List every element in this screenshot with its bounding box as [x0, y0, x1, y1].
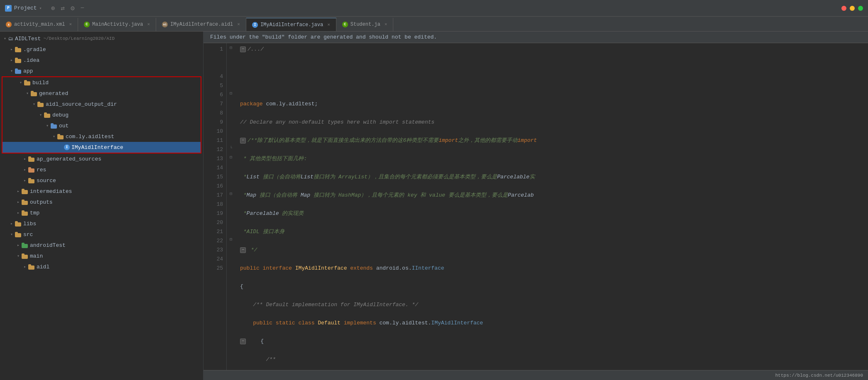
title-bar: P Project ▾ ⊕ ⇄ ⚙ − [0, 0, 868, 17]
fold-toggle-1[interactable]: − [240, 46, 246, 52]
project-label[interactable]: Project [14, 5, 37, 11]
folder-icon-debug [44, 112, 51, 118]
arrow-aidl-source [31, 101, 37, 107]
folder-icon-app [15, 68, 22, 74]
fold-marker-17[interactable]: ⊟ [230, 191, 232, 196]
tree-item-ap-generated[interactable]: ap_generated_sources [0, 153, 203, 164]
tree-item-idea[interactable]: .idea [0, 55, 203, 66]
tab-icon-imyaidl: I [252, 22, 258, 28]
tab-label-aidl: IMyAidlInterface.aidl [170, 22, 233, 27]
title-bar-left: P Project ▾ ⊕ ⇄ ⚙ − [5, 4, 84, 12]
tree-item-androidtest[interactable]: androidTest [0, 240, 203, 251]
project-tree[interactable]: 🗂 AIDLTest ~/Desktop/Learning2020/AID .g… [0, 32, 204, 380]
tree-item-com-ly-aidltest[interactable]: com.ly.aidltest [2, 131, 201, 142]
red-border-group: build generated aidl_source_output_dir [2, 76, 201, 153]
tree-item-tmp[interactable]: tmp [0, 207, 203, 218]
tree-item-libs[interactable]: libs [0, 218, 203, 229]
window-close-button[interactable] [841, 6, 846, 11]
tree-label-generated: generated [39, 90, 68, 97]
tree-item-out[interactable]: out [2, 120, 201, 131]
project-icon: P [5, 5, 12, 12]
tab-close-student[interactable]: × [385, 22, 387, 27]
tab-student[interactable]: C Student.ja × [336, 18, 394, 31]
toolbar-icon-gear[interactable]: ⚙ [71, 4, 75, 12]
tree-item-app[interactable]: app [0, 66, 203, 76]
tab-close-main-activity[interactable]: × [147, 22, 150, 27]
tab-close-imyaidl[interactable]: × [327, 22, 330, 27]
status-url: https://blog.csdn.net/u012346890 [775, 373, 863, 378]
arrow-androidtest [15, 242, 22, 248]
tree-item-intermediates[interactable]: intermediates [0, 186, 203, 197]
arrow-main [15, 253, 22, 259]
tab-main-activity[interactable]: C MainActivity.java × [78, 18, 156, 31]
window-maximize-button[interactable] [858, 6, 863, 11]
toolbar-icon-arrows[interactable]: ⇄ [61, 4, 65, 12]
tab-close-aidl[interactable]: × [237, 22, 240, 27]
fold-toggle-17[interactable]: − [240, 339, 246, 344]
arrow-outputs [15, 199, 22, 205]
folder-icon-com-ly [57, 134, 64, 139]
gutter: ⊟ ⊟ └ ⊟ [227, 43, 235, 370]
tree-item-generated[interactable]: generated [2, 88, 201, 99]
tree-label-androidtest: androidTest [30, 242, 66, 248]
folder-icon-idea [15, 58, 22, 63]
tree-item-outputs[interactable]: outputs [0, 197, 203, 207]
chevron-down-icon[interactable]: ▾ [39, 6, 42, 11]
folder-icon-main [22, 253, 28, 259]
tree-label-aidl-source: aidl_source_output_dir [46, 101, 117, 107]
arrow-debug [37, 112, 44, 118]
toolbar-icon-minus[interactable]: − [81, 5, 85, 12]
arrow-source [22, 177, 28, 184]
tab-aidl-interface[interactable]: ai IMyAidlInterface.aidl × [156, 18, 246, 31]
tree-item-res[interactable]: res [0, 164, 203, 175]
tab-imyaidl-java[interactable]: I IMyAidlInterface.java × [246, 18, 336, 31]
arrow-com-ly [51, 133, 57, 140]
folder-icon-libs [15, 221, 22, 227]
tree-label-aidl: aidl [37, 264, 49, 270]
tree-label-source: source [37, 178, 56, 184]
tree-label-main: main [30, 253, 43, 259]
main-area: 🗂 AIDLTest ~/Desktop/Learning2020/AID .g… [0, 32, 868, 380]
tree-label-intermediates: intermediates [30, 188, 72, 195]
fold-marker-1[interactable]: ⊟ [230, 45, 232, 50]
fold-marker-22[interactable]: ⊟ [230, 237, 232, 242]
window-minimize-button[interactable] [850, 6, 855, 11]
tab-label-student: Student.ja [351, 22, 380, 27]
tree-label-gradle: .gradle [23, 46, 46, 53]
tree-item-gradle[interactable]: .gradle [0, 44, 203, 55]
tree-label-libs: libs [23, 221, 36, 227]
code-editor[interactable]: −/.../ package com.ly.aidltest; // Decla… [235, 43, 868, 370]
status-bar: https://blog.csdn.net/u012346890 [204, 370, 868, 380]
arrow-idea [8, 57, 15, 63]
fold-marker-13[interactable]: ⊟ [230, 155, 232, 160]
fold-marker-6[interactable]: ⊟ [230, 91, 232, 96]
tree-item-aidl-source-output-dir[interactable]: aidl_source_output_dir [2, 99, 201, 110]
tree-item-src[interactable]: src [0, 229, 203, 240]
tree-item-build[interactable]: build [2, 77, 201, 88]
toolbar-icon-globe[interactable]: ⊕ [51, 4, 55, 12]
folder-icon-src [15, 232, 22, 237]
folder-icon-gradle [15, 47, 22, 52]
tree-item-aidl[interactable]: aidl [0, 261, 203, 272]
info-bar: Files under the "build" folder are gener… [204, 32, 868, 43]
tree-item-debug[interactable]: debug [2, 110, 201, 120]
tab-close-activity-main[interactable]: × [69, 22, 72, 27]
tree-item-main[interactable]: main [0, 251, 203, 261]
arrow-src [8, 231, 15, 238]
tab-activity-main[interactable]: X activity_main.xml × [0, 18, 78, 31]
arrow-libs [8, 220, 15, 227]
editor-area: Files under the "build" folder are gener… [204, 32, 868, 380]
tree-label-ap-generated: ap_generated_sources [37, 156, 101, 162]
arrow-tmp [15, 209, 22, 216]
file-icon-imyaidlinterface: I [64, 144, 70, 150]
tree-label-out: out [59, 123, 69, 129]
arrow-aidltest [2, 35, 8, 42]
folder-icon-intermediates [22, 189, 28, 194]
tree-item-source[interactable]: source [0, 175, 203, 186]
tree-label-tmp: tmp [30, 210, 39, 216]
fold-toggle-6[interactable]: − [240, 138, 246, 144]
tree-item-imyaidlinterface[interactable]: I IMyAidlInterface [2, 142, 201, 153]
line-numbers: 1 4 5 6 7 8 9 10 11 12 13 14 15 16 17 18… [204, 43, 227, 370]
fold-toggle-12[interactable]: − [240, 247, 246, 253]
tree-item-aidltest[interactable]: 🗂 AIDLTest ~/Desktop/Learning2020/AID [0, 33, 203, 44]
